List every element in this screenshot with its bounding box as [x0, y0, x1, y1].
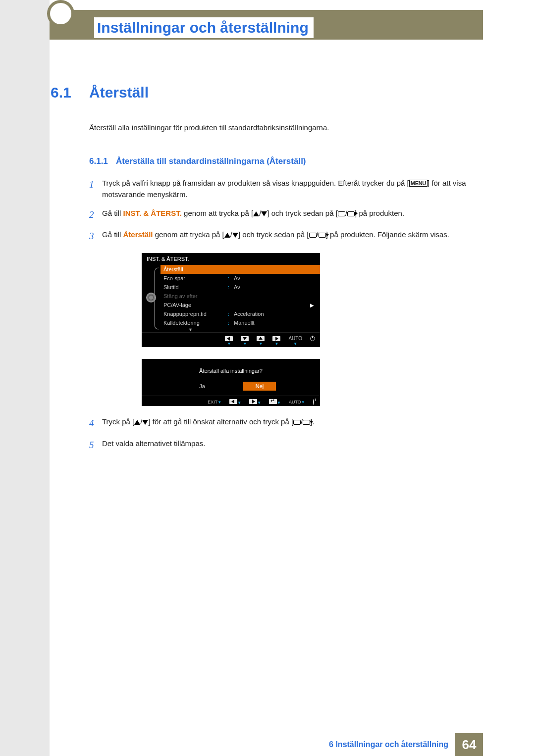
down-arrow-icon — [232, 233, 238, 238]
osd-nav-bar: EXIT▼ ▼ ▼ ▼ AUTO▼ — [142, 396, 320, 406]
step-number: 5 — [89, 438, 102, 452]
chapter-sidebar — [0, 0, 50, 756]
source-icon — [293, 420, 301, 425]
nav-left-icon — [229, 399, 237, 404]
osd-row-value: Av — [234, 275, 317, 281]
text: ] för att gå till önskat alternativ och … — [148, 417, 293, 426]
footer-page-number: 64 — [455, 733, 483, 756]
power-icon — [310, 336, 315, 341]
text: genom att trycka på [ — [182, 209, 253, 217]
osd-menu-row: Eco-spar:Av — [160, 274, 320, 283]
osd-row-label: Knappupprepn.tid — [163, 311, 228, 317]
osd-menu-row: Knappupprepn.tid:Acceleration — [160, 309, 320, 318]
menu-button-label: MENU — [409, 180, 428, 187]
osd-menu-row: Återställ — [160, 265, 320, 274]
text: ] och tryck sedan på [ — [267, 209, 338, 217]
bracket-icon — [154, 267, 160, 330]
chapter-number-icon — [47, 0, 74, 27]
nav-exit-label: EXIT — [208, 400, 217, 404]
step-number: 4 — [89, 416, 102, 430]
source-icon — [309, 233, 317, 238]
text: Gå till — [102, 230, 123, 239]
osd-menu-row: Sluttid:Av — [160, 283, 320, 292]
osd-row-label: PC/AV-läge — [163, 302, 228, 308]
step-text: Det valda alternativet tillämpas. — [102, 438, 481, 452]
section-intro: Återställ alla inställningar för produkt… — [89, 123, 481, 132]
colon: : — [228, 284, 234, 290]
osd-row-label: Eco-spar — [163, 275, 228, 281]
step-1: 1 Tryck på valfri knapp på framsidan av … — [89, 177, 481, 201]
text: ] och tryck sedan på [ — [238, 230, 309, 239]
step-text: Tryck på valfri knapp på framsidan av pr… — [102, 177, 481, 201]
nav-right-icon — [249, 399, 257, 404]
nav-auto-label: AUTO — [288, 336, 302, 341]
more-indicator-icon: ▼ — [160, 327, 320, 332]
chapter-title: Inställningar och återställning — [94, 17, 314, 38]
osd-list: ÅterställEco-spar:AvSluttid:AvStäng av e… — [160, 265, 320, 332]
osd-row-label: Källdetektering — [163, 320, 228, 326]
osd-menu-row: PC/AV-läge▶ — [160, 301, 320, 309]
step-text: Gå till Återställ genom att trycka på [/… — [102, 229, 481, 243]
osd-screens: INST. & ÅTERST. ÅterställEco-spar:AvSlut… — [142, 253, 481, 406]
text: Tryck på valfri knapp på framsidan av pr… — [102, 179, 409, 187]
up-arrow-icon — [134, 420, 140, 425]
confirm-question: Återställ alla inställningar? — [142, 368, 320, 374]
text: Gå till — [102, 209, 123, 217]
enter-icon — [303, 420, 310, 425]
power-icon — [313, 399, 314, 405]
menu-name: INST. & ÅTERST. — [123, 209, 182, 217]
osd-row-value: Acceleration — [234, 311, 317, 317]
osd-menu-row: Källdetektering:Manuellt — [160, 318, 320, 327]
subsection-heading: 6.1.1 Återställa till standardinställnin… — [89, 156, 481, 166]
nav-right-icon — [272, 336, 280, 341]
subsection-title: Återställa till standardinställningarna … — [116, 156, 306, 166]
confirm-yes-button: Ja — [186, 382, 218, 391]
osd-confirm-screen: Återställ alla inställningar? Ja Nej EXI… — [142, 359, 320, 406]
source-icon — [338, 211, 345, 216]
osd-row-label: Stäng av efter — [163, 293, 228, 299]
up-arrow-icon — [253, 211, 259, 216]
osd-row-value: Av — [234, 284, 317, 290]
page-content: 6.1 Återställ Återställ alla inställning… — [50, 84, 481, 459]
section-number: 6.1 — [50, 84, 89, 101]
osd-menu-screen: INST. & ÅTERST. ÅterställEco-spar:AvSlut… — [142, 253, 320, 347]
page-footer: 6 Inställningar och återställning 64 — [50, 733, 483, 756]
nav-up-icon — [257, 336, 265, 341]
menu-item-name: Återställ — [123, 230, 153, 239]
text: ] på produkten. Följande skärm visas. — [326, 230, 449, 239]
step-4: 4 Tryck på [/] för att gå till önskat al… — [89, 416, 481, 430]
step-5: 5 Det valda alternativet tillämpas. — [89, 438, 481, 452]
step-number: 2 — [89, 207, 102, 222]
nav-down-icon — [241, 336, 249, 341]
osd-menu-row: Stäng av efter — [160, 292, 320, 301]
down-arrow-icon — [261, 211, 267, 216]
osd-row-value: Manuellt — [234, 320, 317, 326]
text: Tryck på [ — [102, 417, 134, 426]
section-heading: 6.1 Återställ — [50, 84, 481, 101]
nav-left-icon — [225, 336, 233, 341]
colon: : — [228, 311, 234, 317]
up-arrow-icon — [224, 233, 230, 238]
chevron-right-icon: ▶ — [310, 302, 317, 308]
step-2: 2 Gå till INST. & ÅTERST. genom att tryc… — [89, 207, 481, 222]
osd-row-label: Återställ — [163, 266, 228, 272]
osd-nav-bar: ▼ ▼ ▼ ▼ AUTO▼ — [142, 332, 320, 347]
enter-icon — [319, 233, 326, 238]
steps-list: 1 Tryck på valfri knapp på framsidan av … — [89, 177, 481, 452]
step-text: Tryck på [/] för att gå till önskat alte… — [102, 416, 481, 430]
osd-title: INST. & ÅTERST. — [142, 253, 320, 265]
text: ] på produkten. — [355, 209, 404, 217]
colon: : — [228, 275, 234, 281]
step-number: 3 — [89, 229, 102, 243]
down-arrow-icon — [142, 420, 148, 425]
step-3: 3 Gå till Återställ genom att trycka på … — [89, 229, 481, 243]
nav-auto-label: AUTO — [289, 400, 301, 404]
text: genom att trycka på [ — [153, 230, 224, 239]
osd-row-label: Sluttid — [163, 284, 228, 290]
confirm-no-button: Nej — [243, 382, 276, 391]
colon: : — [228, 320, 234, 326]
section-title: Återställ — [89, 84, 149, 101]
subsection-number: 6.1.1 — [89, 156, 108, 166]
step-number: 1 — [89, 177, 102, 201]
nav-enter-icon — [269, 399, 277, 404]
